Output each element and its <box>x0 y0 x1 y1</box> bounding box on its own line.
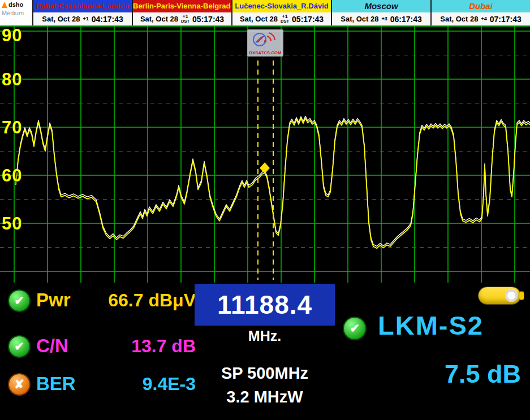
pwr-value: 66.7 dBμV <box>85 289 196 311</box>
ber-label: BER <box>36 373 76 395</box>
clock-rabat-casablanca-london: Rabat-Casablanca-London Sat, Oct 28 +1 0… <box>32 0 132 25</box>
battery-level-dot <box>505 289 518 302</box>
spectrum-plot <box>0 25 530 283</box>
cn-ok-icon: ✔ <box>9 336 29 357</box>
frequency-display: 11188.4 <box>195 284 335 326</box>
span-setting: SP 500MHz <box>187 364 343 383</box>
y-axis-label: 50 <box>2 215 22 232</box>
frequency-value: 11188.4 <box>217 289 312 320</box>
cn-label: C/N <box>36 335 68 357</box>
source-name: dsho <box>2 1 31 8</box>
clock-time: Sat, Oct 28 +4 07:17:43 <box>432 12 530 25</box>
clock-time: Sat, Oct 28 +3 06:17:43 <box>332 12 430 25</box>
vlc-cone-icon <box>2 2 7 8</box>
standard-ok-icon: ✔ <box>344 318 365 339</box>
clock-time: Sat, Oct 28 +1 04:17:43 <box>33 12 132 25</box>
clock-moscow: Moscow Sat, Oct 28 +3 06:17:43 <box>331 0 430 25</box>
y-axis-label: 70 <box>2 119 22 136</box>
clock-time: Sat, Oct 28 +1DST 05:17:43 <box>232 12 331 25</box>
world-clock-bar: dsho Médium Rabat-Casablanca-London Sat,… <box>0 0 530 25</box>
clock-city-label: Moscow <box>332 0 430 12</box>
clock-city-label: Berlin-Paris-Vienna-Belgrade <box>133 0 231 12</box>
utc-offset: +3 <box>381 16 387 21</box>
battery-tip <box>519 292 524 300</box>
utc-offset: +1 <box>83 16 88 21</box>
pwr-ok-icon: ✔ <box>9 291 29 311</box>
mer-value: 7.5 dB <box>445 360 521 389</box>
satellite-meter-screen: dsho Médium Rabat-Casablanca-London Sat,… <box>0 0 530 420</box>
standard-label: LKM-S2 <box>378 310 484 341</box>
clock-time: Sat, Oct 28 +1DST 05:17:43 <box>133 12 231 25</box>
bandwidth-setting: 3.2 MHzW <box>187 388 343 406</box>
logo-caption: DXSATCS.COM <box>248 50 283 55</box>
clock-dubai: Dubai Sat, Oct 28 +4 07:17:43 <box>430 0 530 25</box>
y-axis-label: 80 <box>2 71 22 88</box>
clock-berlin-paris-vienna-belgrade: Berlin-Paris-Vienna-Belgrade Sat, Oct 28… <box>132 0 231 25</box>
dst-flag: DST <box>181 19 189 24</box>
dst-flag: DST <box>281 19 289 24</box>
clock-lucenec-slovakia: Lučenec-Slovakia_R.Dávid Sat, Oct 28 +1D… <box>231 0 331 25</box>
dxsatcs-logo: DXSATCS.COM <box>247 29 283 57</box>
cn-value: 13.7 dB <box>85 335 196 357</box>
y-axis-label: 90 <box>2 27 22 44</box>
utc-offset: +4 <box>481 16 486 21</box>
measurements-panel: ✔ Pwr 66.7 dBμV 11188.4 MHz. ✔ C/N 13.7 … <box>0 283 530 420</box>
satellite-logo-art <box>250 31 281 48</box>
player-source-info: dsho Médium <box>0 0 32 25</box>
pwr-label: Pwr <box>36 289 71 311</box>
battery-indicator <box>479 287 520 304</box>
frequency-unit: MHz. <box>195 328 335 344</box>
clock-city-label: Dubai <box>432 0 530 12</box>
source-medium: Médium <box>2 10 31 16</box>
y-axis-label: 60 <box>2 167 22 184</box>
ber-value: 9.4E-3 <box>85 373 196 395</box>
spectrum-display: 9080706050 DXSATCS.COM <box>0 25 530 283</box>
ber-error-icon: ✘ <box>9 374 29 395</box>
clock-city-label: Lučenec-Slovakia_R.Dávid <box>232 0 331 12</box>
clock-city-label: Rabat-Casablanca-London <box>33 0 132 12</box>
